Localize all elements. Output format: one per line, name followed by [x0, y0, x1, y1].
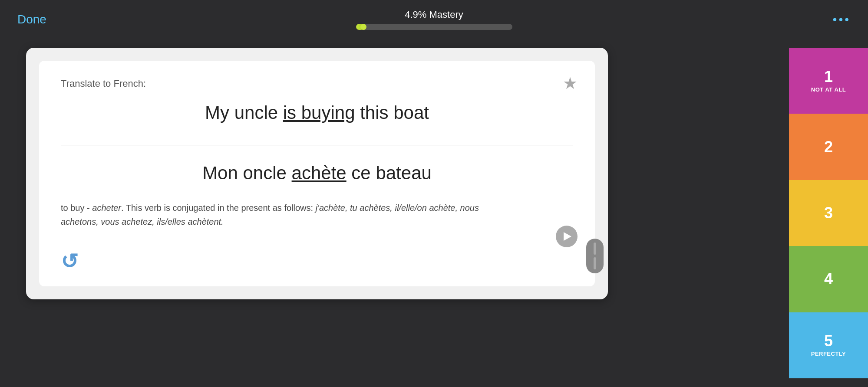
card: ★ Translate to French: My uncle is buyin… [26, 48, 608, 299]
translation-before: Mon oncle [202, 163, 291, 183]
mastery-container: 4.9% Mastery [356, 9, 512, 30]
source-before: My uncle [205, 102, 283, 123]
rating-5-button[interactable]: 5 PERFECTLY [789, 312, 868, 378]
card-wrapper: ★ Translate to French: My uncle is buyin… [26, 48, 789, 378]
rating-1-number: 1 [824, 69, 833, 85]
scroll-bar-1 [594, 243, 596, 255]
rating-3-number: 3 [824, 205, 833, 221]
translate-label: Translate to French: [61, 78, 573, 89]
main-area: ★ Translate to French: My uncle is buyin… [0, 39, 868, 387]
rating-3-button[interactable]: 3 [789, 180, 868, 246]
divider [61, 145, 573, 145]
explanation: to buy - acheter. This verb is conjugate… [61, 201, 517, 229]
translation-sentence: Mon oncle achète ce bateau [61, 163, 573, 184]
done-button[interactable]: Done [17, 13, 46, 26]
translation-underlined: achète [292, 163, 347, 183]
rating-4-button[interactable]: 4 [789, 246, 868, 312]
source-after: this boat [355, 102, 429, 123]
progress-dot [360, 24, 366, 30]
redo-button[interactable]: ↺ [61, 249, 78, 273]
star-button[interactable]: ★ [563, 74, 578, 93]
translation-after: ce bateau [347, 163, 432, 183]
mastery-title: 4.9% Mastery [405, 9, 463, 20]
more-button[interactable]: ••• [833, 13, 851, 26]
rating-5-number: 5 [824, 333, 833, 349]
explanation-text: to buy - acheter. This verb is conjugate… [61, 203, 479, 226]
scroll-bar-2 [594, 257, 596, 269]
rating-sidebar: 1 NOT AT ALL 2 3 4 5 PERFECTLY [789, 48, 868, 378]
source-underlined: is buying [283, 102, 355, 123]
scroll-indicator [586, 239, 604, 273]
rating-4-number: 4 [824, 271, 833, 287]
rating-1-button[interactable]: 1 NOT AT ALL [789, 48, 868, 114]
progress-bar [356, 24, 512, 30]
source-sentence: My uncle is buying this boat [61, 102, 573, 123]
rating-5-label: PERFECTLY [811, 351, 846, 357]
rating-2-button[interactable]: 2 [789, 114, 868, 180]
play-button[interactable] [556, 226, 578, 247]
header: Done 4.9% Mastery ••• [0, 0, 868, 39]
rating-1-label: NOT AT ALL [811, 86, 846, 93]
card-inner: ★ Translate to French: My uncle is buyin… [39, 61, 595, 286]
rating-2-number: 2 [824, 139, 833, 155]
